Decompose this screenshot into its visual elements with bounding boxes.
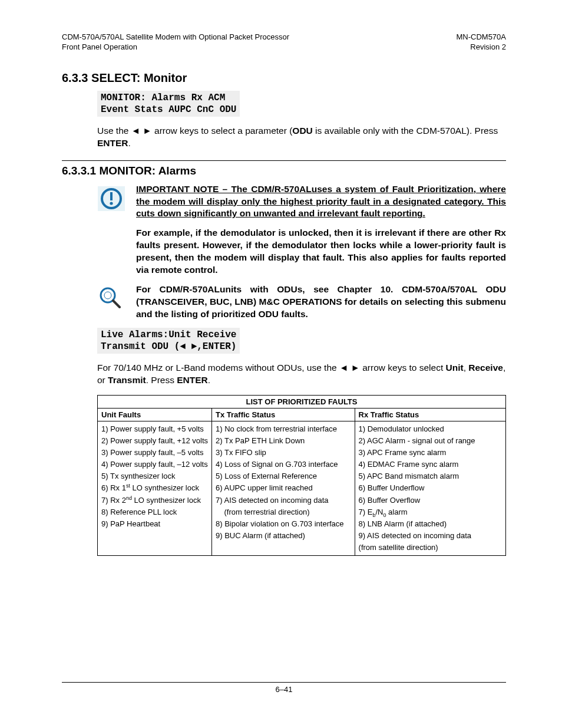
list-item: 4) Power supply fault, –12 volts — [101, 459, 208, 470]
table-title: LIST OF PRIORITIZED FAULTS — [98, 395, 506, 408]
header-right-line2: Revision 2 — [456, 42, 506, 52]
alert-icon — [97, 183, 127, 215]
text-fragment: is available only with the CDM-570AL). P… — [313, 126, 498, 136]
text-fragment: For 70/140 MHz or L-Band modems without … — [97, 363, 446, 373]
list-item: 1) Power supply fault, +5 volts — [101, 423, 208, 435]
list-item: 6) Buffer Underflow — [359, 482, 502, 494]
col2-cell: 1) No clock from terrestrial interface 2… — [212, 421, 355, 556]
text-fragment: Use the ◄ ► arrow keys to select a param… — [97, 126, 292, 136]
svg-line-6 — [113, 301, 120, 307]
table-title-row: LIST OF PRIORITIZED FAULTS — [98, 395, 506, 408]
header-left: CDM-570A/570AL Satellite Modem with Opti… — [62, 32, 289, 52]
list-item: 3) Tx FIFO slip — [216, 447, 351, 459]
page: CDM-570A/570AL Satellite Modem with Opti… — [0, 0, 562, 728]
note-example-text: For example, if the demodulator is unloc… — [136, 227, 506, 276]
text-fragment: . — [128, 138, 131, 148]
faults-table: LIST OF PRIORITIZED FAULTS Unit Faults T… — [97, 395, 506, 556]
page-number: 6–41 — [276, 685, 293, 694]
important-note-row: IMPORTANT NOTE – The CDM/R-570ALuses a s… — [97, 183, 506, 220]
table-data-row: 1) Power supply fault, +5 volts 2) Power… — [98, 421, 506, 556]
text-bold: ODU — [292, 126, 312, 136]
list-item: 7) Rx 2nd LO synthesizer lock — [101, 495, 208, 506]
list-item: 8) LNB Alarm (if attached) — [359, 518, 502, 530]
col1-header: Unit Faults — [98, 408, 212, 421]
list-item: 1) Demodulator unlocked — [359, 423, 502, 435]
note-example-row: For example, if the demodulator is unloc… — [97, 227, 506, 276]
list-item: 2) Tx PaP ETH Link Down — [216, 435, 351, 447]
list-item: 7) AIS detected on incoming data (from t… — [216, 495, 351, 518]
text-bold: Receive — [468, 363, 503, 373]
svg-point-3 — [110, 202, 113, 205]
lcd-display-monitor: MONITOR: Alarms Rx ACM Event Stats AUPC … — [97, 91, 240, 117]
header-right-line1: MN-CDM570A — [456, 32, 506, 42]
text-bold: Transmit — [108, 375, 146, 385]
table-header-row: Unit Faults Tx Traffic Status Rx Traffic… — [98, 408, 506, 421]
svg-point-5 — [104, 292, 111, 299]
list-item: 4) EDMAC Frame sync alarm — [359, 459, 502, 470]
header-left-line1: CDM-570A/570AL Satellite Modem with Opti… — [62, 32, 289, 42]
text-fragment: . — [208, 375, 210, 385]
text-bold: ENTER — [97, 138, 128, 148]
icon-spacer — [97, 227, 127, 228]
header-right: MN-CDM570A Revision 2 — [456, 32, 506, 52]
list-item: 9) AIS detected on incoming data(from sa… — [359, 530, 502, 554]
list-item: 2) AGC Alarm - signal out of range — [359, 435, 502, 447]
text-bold: ENTER — [177, 375, 208, 385]
paragraph-monitor-usage: Use the ◄ ► arrow keys to select a param… — [97, 125, 506, 150]
col3-header: Rx Traffic Status — [355, 408, 505, 421]
text-fragment: , — [464, 363, 469, 373]
magnify-note-row: For CDM/R-570ALunits with ODUs, see Chap… — [97, 284, 506, 321]
list-item: 6) Rx 1st LO synthesizer lock — [101, 482, 208, 494]
magnify-note-text: For CDM/R-570ALunits with ODUs, see Chap… — [136, 284, 506, 321]
list-item: 4) Loss of Signal on G.703 interface — [216, 459, 351, 470]
text-bold: Unit — [446, 363, 464, 373]
list-item: 3) APC Frame sync alarm — [359, 447, 502, 459]
list-item: 1) No clock from terrestrial interface — [216, 423, 351, 435]
list-item: 8) Reference PLL lock — [101, 506, 208, 518]
section-heading-633: 6.3.3 SELECT: Monitor — [62, 71, 506, 85]
list-item: 7) Eb/N0 alarm — [359, 506, 502, 518]
col3-cell: 1) Demodulator unlocked 2) AGC Alarm - s… — [355, 421, 505, 556]
header-left-line2: Front Panel Operation — [62, 42, 289, 52]
note-example-bold: For example, if the demodulator is unloc… — [136, 228, 506, 275]
list-item: 5) Loss of External Reference — [216, 470, 351, 482]
section-heading-6331: 6.3.3.1 MONITOR: Alarms — [62, 164, 506, 177]
text-fragment: . Press — [146, 375, 177, 385]
page-footer: 6–41 — [62, 682, 506, 694]
list-item: 5) APC Band mismatch alarm — [359, 470, 502, 482]
list-item: 2) Power supply fault, +12 volts — [101, 435, 208, 447]
list-item: 6) AUPC upper limit reached — [216, 482, 351, 494]
list-item: 6) Buffer Overflow — [359, 495, 502, 506]
magnify-note-bold: For CDM/R-570ALunits with ODUs, see Chap… — [136, 284, 506, 319]
list-item: 8) Bipolar violation on G.703 interface — [216, 518, 351, 530]
list-item: 9) PaP Heartbeat — [101, 518, 208, 530]
important-note-text: IMPORTANT NOTE – The CDM/R-570ALuses a s… — [136, 183, 506, 220]
list-item: 9) BUC Alarm (if attached) — [216, 530, 351, 542]
svg-rect-2 — [110, 192, 113, 200]
magnify-icon — [97, 284, 127, 313]
page-header: CDM-570A/570AL Satellite Modem with Opti… — [62, 32, 506, 52]
list-item: 3) Power supply fault, –5 volts — [101, 447, 208, 459]
col2-header: Tx Traffic Status — [212, 408, 355, 421]
paragraph-alarms-usage: For 70/140 MHz or L-Band modems without … — [97, 362, 506, 387]
list-item: 5) Tx synthesizer lock — [101, 470, 208, 482]
lcd-display-live-alarms: Live Alarms:Unit Receive Transmit ODU (◄… — [97, 328, 240, 354]
col1-cell: 1) Power supply fault, +5 volts 2) Power… — [98, 421, 212, 556]
section-divider — [62, 160, 506, 161]
